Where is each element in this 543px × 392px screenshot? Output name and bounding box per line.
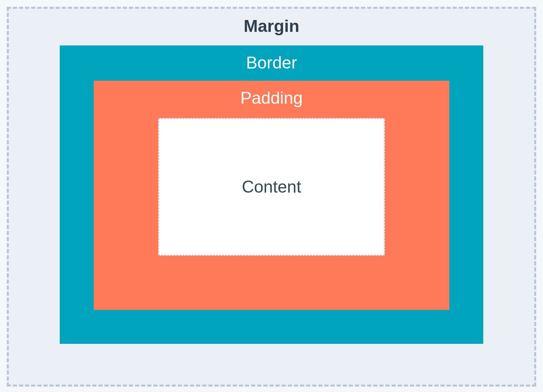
padding-box: Padding Content [94,81,449,310]
padding-label: Padding [158,88,385,108]
content-label: Content [242,177,301,197]
border-label: Border [94,53,449,73]
margin-label: Margin [60,16,483,36]
margin-box: Margin Border Padding Content [7,7,536,387]
border-box: Border Padding Content [60,45,483,344]
content-box: Content [158,118,385,256]
